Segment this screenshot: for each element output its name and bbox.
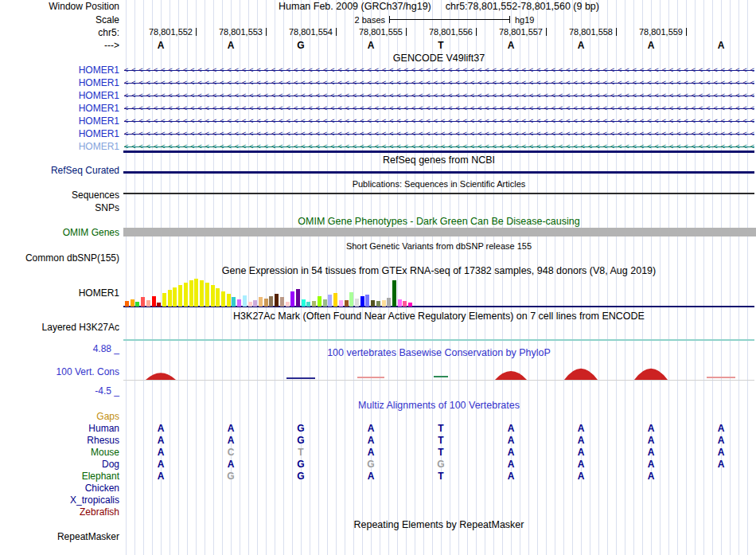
gtex-tissue-bar[interactable]: [157, 303, 161, 307]
gtex-tissue-bar[interactable]: [131, 299, 134, 307]
h3k27ac-track-label[interactable]: Layered H3K27Ac: [0, 322, 119, 333]
multiz-species-label-gaps[interactable]: Gaps: [0, 411, 119, 422]
homer1-transcript[interactable]: <<<<<<<<<<<<<<<<<<<<<<<<<<<<<<<<<<<<<<<<…: [124, 103, 754, 114]
homer1-transcript[interactable]: <<<<<<<<<<<<<<<<<<<<<<<<<<<<<<<<<<<<<<<<…: [124, 90, 754, 101]
gtex-tissue-bar[interactable]: [312, 301, 316, 307]
gtex-tissue-bar[interactable]: [328, 295, 332, 307]
gtex-tissue-bar[interactable]: [408, 303, 412, 307]
gtex-tissue-bar[interactable]: [345, 300, 349, 307]
gtex-tissue-bar[interactable]: [302, 299, 306, 307]
gtex-tissue-bar[interactable]: [349, 292, 353, 307]
h3k27ac-track-title[interactable]: H3K27Ac Mark (Often Found Near Active Re…: [123, 311, 754, 322]
homer1-transcript-label[interactable]: HOMER1: [0, 103, 119, 114]
multiz-species-label-dog[interactable]: Dog: [0, 459, 119, 470]
repeatmasker-track-label[interactable]: RepeatMasker: [0, 531, 119, 542]
gtex-tissue-bar[interactable]: [387, 298, 391, 307]
omim-track-title[interactable]: OMIM Gene Phenotypes - Dark Green Can Be…: [123, 216, 754, 227]
h3k27ac-signal-line[interactable]: [123, 339, 754, 341]
gtex-tissue-bar[interactable]: [318, 296, 321, 307]
gtex-tissue-bar[interactable]: [227, 294, 231, 307]
homer1-transcript[interactable]: <<<<<<<<<<<<<<<<<<<<<<<<<<<<<<<<<<<<<<<<…: [124, 141, 754, 152]
publications-track-title[interactable]: Publications: Sequences in Scientific Ar…: [123, 178, 754, 190]
gtex-tissue-bar[interactable]: [323, 299, 327, 307]
omim-dense-bar[interactable]: [123, 228, 756, 236]
gtex-tissue-bar[interactable]: [221, 291, 225, 307]
gtex-tissue-bar[interactable]: [264, 299, 268, 307]
gtex-tissue-bar[interactable]: [290, 291, 294, 307]
gtex-tissue-bar[interactable]: [333, 293, 337, 307]
multiz-species-label-elephant[interactable]: Elephant: [0, 471, 119, 482]
homer1-transcript-label[interactable]: HOMER1: [0, 128, 119, 139]
gtex-tissue-bar[interactable]: [243, 295, 247, 307]
gtex-tissue-bar[interactable]: [371, 300, 375, 307]
gtex-tissue-bar[interactable]: [398, 299, 402, 307]
gtex-tissue-bar[interactable]: [141, 297, 145, 307]
gtex-tissue-bar[interactable]: [382, 300, 386, 307]
gtex-tissue-bar[interactable]: [232, 297, 236, 307]
gtex-tissue-bar[interactable]: [211, 285, 215, 307]
gtex-tissue-bar[interactable]: [296, 289, 300, 307]
homer1-transcript[interactable]: <<<<<<<<<<<<<<<<<<<<<<<<<<<<<<<<<<<<<<<<…: [124, 64, 754, 76]
dbsnp-track-title[interactable]: Short Genetic Variants from dbSNP releas…: [123, 240, 754, 252]
gtex-tissue-bar[interactable]: [200, 280, 204, 307]
gtex-tissue-bar[interactable]: [392, 280, 396, 307]
gtex-tissue-bar[interactable]: [259, 297, 263, 307]
multiz-species-label-human[interactable]: Human: [0, 423, 119, 434]
gtex-tissue-bar[interactable]: [146, 300, 150, 307]
gtex-tissue-bar[interactable]: [280, 297, 284, 307]
gtex-tissue-bar[interactable]: [162, 293, 166, 307]
snps-track-label[interactable]: SNPs: [0, 202, 119, 213]
gtex-tissue-bar[interactable]: [173, 287, 177, 307]
refseq-curated-track-label[interactable]: RefSeq Curated: [0, 165, 119, 176]
multiz-species-label-rhesus[interactable]: Rhesus: [0, 435, 119, 446]
gtex-tissue-bar[interactable]: [205, 283, 209, 307]
conservation-track-title[interactable]: 100 vertebrates Basewise Conservation by…: [123, 347, 754, 358]
gtex-tissue-bar[interactable]: [253, 300, 257, 307]
homer1-transcript-label[interactable]: HOMER1: [0, 115, 119, 127]
multiz-species-label-zebrafish[interactable]: Zebrafish: [0, 506, 119, 518]
gtex-gene-label[interactable]: HOMER1: [0, 287, 119, 299]
gencode-track-title[interactable]: GENCODE V49lift37: [123, 53, 754, 64]
gtex-tissue-bar[interactable]: [339, 300, 343, 307]
gtex-tissue-bar[interactable]: [403, 301, 407, 307]
repeatmasker-track-title[interactable]: Repeating Elements by RepeatMasker: [123, 519, 754, 530]
gtex-tissue-bar[interactable]: [168, 290, 172, 307]
gtex-tissue-bar[interactable]: [135, 302, 139, 307]
gtex-tissue-bar[interactable]: [275, 294, 279, 307]
multiz-species-label-mouse[interactable]: Mouse: [0, 447, 119, 458]
gtex-tissue-bar[interactable]: [194, 279, 198, 307]
homer1-transcript[interactable]: <<<<<<<<<<<<<<<<<<<<<<<<<<<<<<<<<<<<<<<<…: [124, 128, 754, 139]
homer1-transcript-label[interactable]: HOMER1: [0, 77, 119, 88]
gtex-tissue-bar[interactable]: [306, 302, 310, 307]
gtex-tissue-bar[interactable]: [184, 283, 188, 307]
gtex-tissue-bar[interactable]: [355, 299, 359, 307]
homer1-transcript[interactable]: <<<<<<<<<<<<<<<<<<<<<<<<<<<<<<<<<<<<<<<<…: [124, 77, 754, 88]
multiz-species-label-x_tropicalis[interactable]: X_tropicalis: [0, 494, 119, 506]
homer1-transcript[interactable]: <<<<<<<<<<<<<<<<<<<<<<<<<<<<<<<<<<<<<<<<…: [124, 115, 754, 127]
gtex-tissue-bar[interactable]: [360, 296, 364, 307]
gtex-tissue-bar[interactable]: [178, 285, 182, 307]
conservation-track-label[interactable]: 100 Vert. Cons: [0, 366, 119, 377]
gtex-tissue-bar[interactable]: [125, 301, 129, 307]
homer1-transcript-label[interactable]: HOMER1: [0, 90, 119, 101]
multiz-species-label-chicken[interactable]: Chicken: [0, 483, 119, 494]
publications-dense-bar[interactable]: [123, 193, 754, 194]
omim-genes-track-label[interactable]: OMIM Genes: [0, 227, 119, 238]
homer1-transcript-label[interactable]: HOMER1: [0, 141, 119, 152]
refseq-dense-bar[interactable]: [123, 171, 754, 174]
sequences-track-label[interactable]: Sequences: [0, 190, 119, 201]
gtex-tissue-bar[interactable]: [376, 301, 380, 307]
gtex-tissue-bar[interactable]: [152, 296, 156, 307]
gtex-tissue-bar[interactable]: [365, 295, 369, 307]
gtex-track-title[interactable]: Gene Expression in 54 tissues from GTEx …: [123, 265, 754, 276]
gtex-tissue-bar[interactable]: [286, 302, 290, 307]
gtex-tissue-bar[interactable]: [269, 296, 273, 307]
homer1-transcript-label[interactable]: HOMER1: [0, 64, 119, 76]
gtex-tissue-bar[interactable]: [189, 280, 193, 307]
refseq-track-title[interactable]: RefSeq genes from NCBI: [123, 154, 754, 166]
gtex-tissue-bar[interactable]: [237, 299, 241, 307]
gtex-tissue-bar[interactable]: [248, 302, 252, 307]
gtex-tissue-bar[interactable]: [216, 288, 220, 307]
multiz-track-title[interactable]: Multiz Alignments of 100 Vertebrates: [123, 400, 754, 411]
common-dbsnp-track-label[interactable]: Common dbSNP(155): [0, 252, 119, 264]
